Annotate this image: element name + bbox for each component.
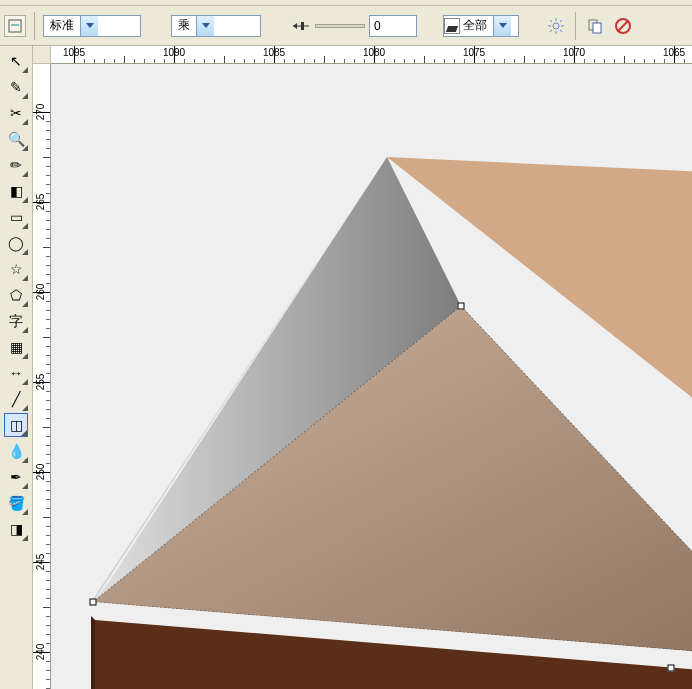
v-ruler-label: 260 [35,284,46,301]
basic-shapes-tool[interactable]: ⬠ [4,283,28,307]
v-ruler-label: 255 [35,374,46,391]
copy-properties-button[interactable] [584,15,606,37]
toolbox: ↖✎✂🔍✏◧▭◯☆⬠字▦↔╱◫💧✒🪣◨ [0,46,33,689]
svg-rect-1 [11,24,19,26]
connector-tool-icon: ╱ [12,392,20,406]
outline-tool-icon: ✒ [10,470,22,484]
smart-fill-tool-icon: ◧ [10,184,23,198]
svg-marker-2 [86,23,94,28]
svg-line-14 [560,30,562,32]
rectangle-tool[interactable]: ▭ [4,205,28,229]
v-ruler-label: 245 [35,554,46,571]
freehand-tool[interactable]: ✏ [4,153,28,177]
connector-tool[interactable]: ╱ [4,387,28,411]
selection-handle[interactable] [458,303,465,310]
interactive-tool[interactable]: ◫ [4,413,28,437]
v-ruler-label: 250 [35,464,46,481]
transparency-tool-icon: ◨ [10,522,23,536]
polygon-tool[interactable]: ☆ [4,257,28,281]
blend-dropdown[interactable]: 乘 [171,15,261,37]
transparency-tool[interactable]: ◨ [4,517,28,541]
offset-input[interactable]: 0 [369,15,417,37]
crop-tool-icon: ✂ [10,106,22,120]
svg-point-8 [553,23,559,29]
ellipse-tool[interactable]: ◯ [4,231,28,255]
options-bar: 标准 乘 0 全部 [0,6,692,46]
chevron-down-icon [196,16,214,36]
ruler-origin[interactable] [33,46,51,64]
vertical-ruler[interactable]: 270265260255250245240 [33,64,51,689]
smart-fill-tool[interactable]: ◧ [4,179,28,203]
rectangle-tool-icon: ▭ [10,210,23,224]
outline-tool[interactable]: ✒ [4,465,28,489]
basic-shapes-tool-icon: ⬠ [10,288,22,302]
svg-line-15 [560,20,562,22]
svg-marker-7 [499,23,507,28]
pick-tool[interactable]: ↖ [4,49,28,73]
eyedropper-tool-icon: 💧 [8,444,25,458]
h-ruler-label: 1090 [163,47,185,58]
svg-line-20 [618,21,628,31]
h-ruler-label: 1075 [463,47,485,58]
pick-tool-icon: ↖ [10,54,22,68]
crop-tool[interactable]: ✂ [4,101,28,125]
clear-effect-button[interactable] [612,15,634,37]
offset-icon [291,19,311,33]
fill-tool-icon: 🪣 [8,496,25,510]
layer-swatch-icon [444,18,460,34]
canvas[interactable] [51,64,692,689]
chevron-down-icon [493,16,511,36]
layer-dropdown[interactable]: 全部 [443,15,519,37]
svg-marker-3 [202,23,210,28]
offset-value: 0 [374,19,381,33]
h-ruler-label: 1095 [63,47,85,58]
h-ruler-label: 1085 [263,47,285,58]
eyedropper-tool[interactable]: 💧 [4,439,28,463]
layer-dropdown-value: 全部 [463,17,493,34]
chevron-down-icon [80,16,98,36]
polygon-tool-icon: ☆ [10,262,23,276]
svg-line-16 [550,30,552,32]
shape-edit-tool[interactable]: ✎ [4,75,28,99]
artwork [51,64,692,689]
svg-rect-6 [301,22,304,30]
v-ruler-label: 270 [35,104,46,121]
h-ruler-label: 1070 [563,47,585,58]
offset-slider[interactable] [315,24,365,28]
svg-rect-18 [593,23,601,33]
svg-line-13 [550,20,552,22]
ellipse-tool-icon: ◯ [8,236,24,250]
offset-control[interactable]: 0 [291,15,417,37]
svg-marker-27 [91,616,95,689]
dimension-tool[interactable]: ↔ [4,361,28,385]
svg-marker-5 [293,23,297,29]
shape-edit-tool-icon: ✎ [10,80,22,94]
zoom-tool-icon: 🔍 [8,132,25,146]
selection-handle[interactable] [90,599,97,606]
v-ruler-label: 265 [35,194,46,211]
fill-tool[interactable]: 🪣 [4,491,28,515]
freehand-tool-icon: ✏ [10,158,22,172]
h-ruler-label: 1080 [363,47,385,58]
mode-dropdown[interactable]: 标准 [43,15,141,37]
horizontal-ruler[interactable]: 1095109010851080107510701065 [51,46,692,64]
text-tool[interactable]: 字 [4,309,28,333]
blend-dropdown-value: 乘 [172,17,196,34]
table-tool-icon: ▦ [10,340,23,354]
light-source-button[interactable] [545,15,567,37]
dimension-tool-icon: ↔ [9,366,23,380]
selection-handle[interactable] [668,665,675,672]
zoom-tool[interactable]: 🔍 [4,127,28,151]
v-ruler-label: 240 [35,644,46,661]
h-ruler-label: 1065 [663,47,685,58]
tool-preset-icon[interactable] [4,15,26,37]
mode-dropdown-value: 标准 [44,17,80,34]
table-tool[interactable]: ▦ [4,335,28,359]
text-tool-icon: 字 [9,314,23,328]
